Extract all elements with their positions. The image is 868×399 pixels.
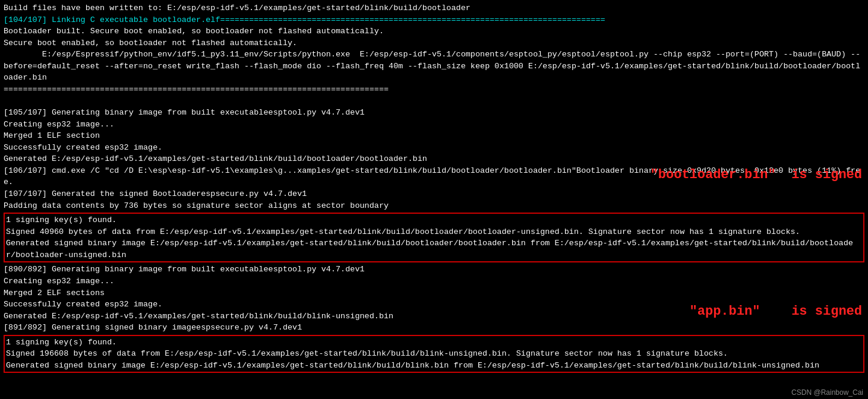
line-105: [105/107] Generating binary image from b… — [4, 107, 864, 119]
annotation-app-quote: "app.bin" — [690, 304, 760, 319]
line-creating2: Creating esp32 image... — [4, 276, 864, 287]
hb1-line3: Generated signed binary image E:/esp/esp… — [6, 238, 862, 261]
line-generated1: Generated E:/esp/esp-idf-v5.1/examples/g… — [4, 153, 864, 165]
terminal: Build files have been written to: E:/esp… — [0, 0, 868, 399]
line-merged2: Merged 2 ELF sections — [4, 287, 864, 299]
hb2-line3: Generated signed binary image E:/esp/esp… — [6, 360, 862, 372]
hb2-line1: 1 signing key(s) found. — [6, 337, 862, 349]
line-891: [891/892] Generating signed binary image… — [4, 322, 864, 334]
hb1-line2: Signed 40960 bytes of data from E:/esp/e… — [6, 226, 862, 238]
line-secure-boot: Secure boot enabled, so bootloader not f… — [4, 37, 864, 49]
annotation-bootloader-text: is signed — [791, 167, 862, 182]
line-890: [890/892] Generating binary image from b… — [4, 264, 864, 276]
highlight-box-app: 1 signing key(s) found. Signed 196608 by… — [4, 335, 864, 373]
line-merged1: Merged 1 ELF section — [4, 130, 864, 142]
line-creating1: Creating esp32 image... — [4, 119, 864, 131]
annotation-bootloader-quote: "bootloader.bin" — [651, 167, 776, 182]
line-107: [107/107] Generated the signed Bootloade… — [4, 188, 864, 200]
line-empty1 — [4, 96, 864, 107]
hb2-line2: Signed 196608 bytes of data from E:/esp/… — [6, 348, 862, 360]
line-build-files: Build files have been written to: E:/esp… — [4, 2, 864, 14]
line-padding: Padding data contents by 736 bytes so si… — [4, 200, 864, 212]
annotation-app: "app.bin" is signed — [690, 304, 862, 319]
line-linking: [104/107] Linking C executable bootloade… — [4, 14, 864, 26]
hb1-line1: 1 signing key(s) found. — [6, 214, 862, 226]
line-separator: ========================================… — [4, 84, 864, 96]
annotation-bootloader: "bootloader.bin" is signed — [651, 167, 862, 182]
line-success1: Successfully created esp32 image. — [4, 142, 864, 154]
annotation-app-text: is signed — [791, 304, 862, 319]
line-bootloader-built: Bootloader built. Secure boot enabled, s… — [4, 26, 864, 37]
line-python-cmd: E:/esp/Espressif/python_env/idf5.1_py3.1… — [4, 49, 864, 84]
highlight-box-bootloader: 1 signing key(s) found. Signed 40960 byt… — [4, 213, 864, 262]
watermark: CSDN @Rainbow_Cai — [791, 388, 863, 397]
